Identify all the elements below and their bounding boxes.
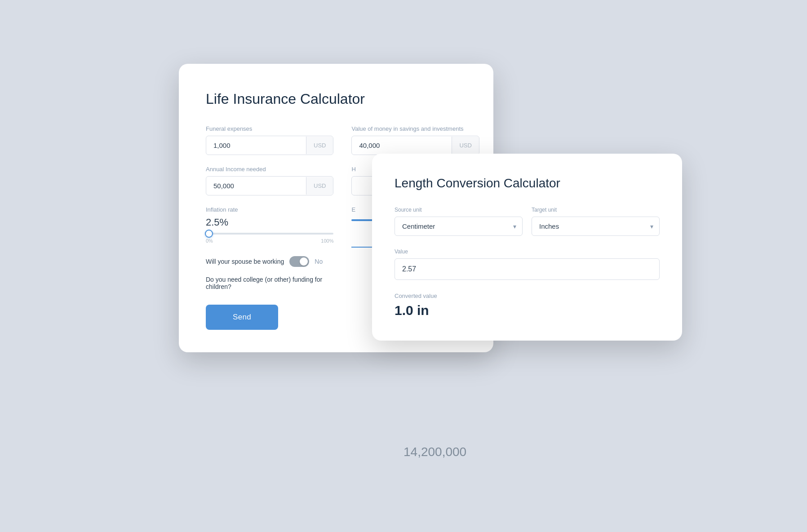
funeral-expenses-input[interactable] [206, 136, 306, 155]
inflation-rate-value: 2.5% [206, 217, 333, 228]
slider-max: 100% [321, 238, 333, 244]
slider-labels: 0% 100% [206, 238, 333, 244]
inflation-section: Inflation rate 2.5% 0% 100% [206, 206, 333, 244]
converted-result: 1.0 in [395, 303, 660, 318]
annual-income-input-row: USD [206, 176, 333, 195]
value-section: Value [395, 248, 660, 280]
slider-min: 0% [206, 238, 213, 244]
college-question: Do you need college (or other) funding f… [206, 276, 333, 290]
source-unit-group: Source unit Centimeter Meter Kilometer F… [395, 207, 523, 236]
source-unit-select[interactable]: Centimeter Meter Kilometer Foot Yard Mil… [395, 217, 523, 236]
funeral-expenses-label: Funeral expenses [206, 125, 333, 132]
inflation-rate-label: Inflation rate [206, 206, 333, 213]
inflation-slider[interactable]: 0% 100% [206, 233, 333, 244]
life-card-title: Life Insurance Calculator [206, 91, 466, 107]
send-button[interactable]: Send [206, 305, 278, 330]
annual-income-input[interactable] [206, 177, 306, 195]
value-label: Value [395, 248, 660, 255]
converted-value-section: Converted value 1.0 in [395, 293, 660, 318]
target-unit-wrapper: Inches Centimeter Meter Kilometer Foot Y… [532, 217, 660, 236]
target-unit-group: Target unit Inches Centimeter Meter Kilo… [532, 207, 660, 236]
spouse-toggle-row: Will your spouse be working No [206, 256, 333, 267]
bottom-number: 14,200,000 [404, 445, 466, 459]
source-unit-wrapper: Centimeter Meter Kilometer Foot Yard Mil… [395, 217, 523, 236]
toggle-knob [300, 257, 308, 266]
funeral-expenses-unit: USD [306, 137, 333, 154]
annual-income-group: Annual Income needed USD [206, 166, 333, 195]
savings-label: Value of money in savings and investment… [351, 125, 479, 132]
annual-income-label: Annual Income needed [206, 166, 333, 173]
savings-unit: USD [452, 137, 479, 154]
funeral-expenses-group: Funeral expenses USD [206, 125, 333, 155]
source-unit-label: Source unit [395, 207, 523, 213]
annual-income-unit: USD [306, 177, 333, 195]
converted-label: Converted value [395, 293, 660, 299]
spouse-toggle-state: No [315, 258, 323, 265]
slider-track [206, 233, 333, 235]
length-conversion-card: Length Conversion Calculator Source unit… [372, 154, 682, 341]
savings-group: Value of money in savings and investment… [351, 125, 479, 155]
slider-thumb [205, 230, 213, 238]
target-unit-select[interactable]: Inches Centimeter Meter Kilometer Foot Y… [532, 217, 660, 236]
spouse-toggle[interactable] [289, 256, 309, 267]
value-input[interactable] [395, 258, 660, 280]
savings-input[interactable] [352, 136, 452, 155]
spouse-question: Will your spouse be working [206, 258, 284, 265]
target-unit-label: Target unit [532, 207, 660, 213]
length-card-title: Length Conversion Calculator [395, 176, 660, 191]
unit-row: Source unit Centimeter Meter Kilometer F… [395, 207, 660, 236]
funeral-expenses-input-row: USD [206, 136, 333, 155]
savings-input-row: USD [351, 136, 479, 155]
